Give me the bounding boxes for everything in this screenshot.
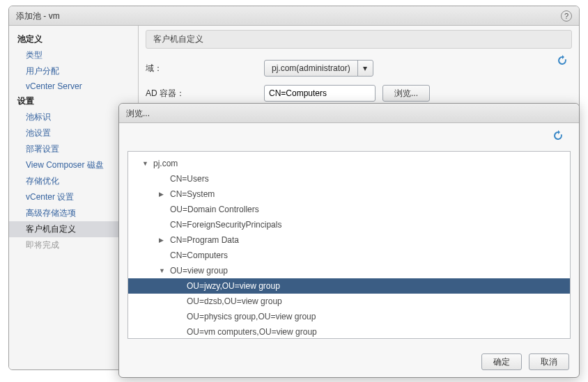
tree-node-label: OU=view group [170, 266, 228, 276]
domain-row: 域： pj.com(administrator) ▾ [146, 60, 572, 77]
dialog-body: ▼ pj.com CN=Users▶CN=SystemOU=Domain Con… [119, 123, 579, 346]
chevron-down-icon: ▾ [357, 61, 373, 76]
ad-tree[interactable]: ▼ pj.com CN=Users▶CN=SystemOU=Domain Con… [127, 151, 571, 339]
ad-container-label: AD 容器： [146, 88, 264, 100]
tree-node-label: CN=Users [170, 174, 209, 184]
tree-node[interactable]: CN=ForeignSecurityPrincipals [128, 217, 570, 232]
dialog-cancel-button[interactable]: 取消 [529, 353, 569, 370]
tree-node[interactable]: OU=Domain Controllers [128, 202, 570, 217]
domain-select[interactable]: pj.com(administrator) ▾ [264, 60, 373, 77]
domain-value: pj.com(administrator) [265, 63, 357, 73]
window-titlebar: 添加池 - vm ? [9, 6, 579, 26]
tree-node-label: CN=System [170, 189, 215, 199]
tree-node-label: OU=dzsb,OU=view group [187, 296, 282, 306]
refresh-icon[interactable] [557, 55, 568, 66]
browse-button[interactable]: 浏览... [382, 85, 430, 102]
refresh-icon[interactable] [552, 130, 564, 143]
window-title: 添加池 - vm [16, 6, 60, 26]
tree-node[interactable]: ▼OU=view group [128, 263, 570, 278]
expand-icon[interactable]: ▼ [159, 267, 167, 274]
domain-label: 域： [146, 63, 264, 74]
tree-node[interactable]: CN=Users [128, 171, 570, 186]
sidebar-item-type[interactable]: 类型 [9, 47, 138, 63]
tree-node[interactable]: OU=jwzy,OU=view group [128, 278, 570, 294]
tree-node-label: CN=Computers [170, 250, 228, 260]
tree-node[interactable]: CN=Computers [128, 248, 570, 263]
sidebar-item-vcenter-server[interactable]: vCenter Server [9, 79, 138, 93]
sidebar-item-user-assignment[interactable]: 用户分配 [9, 63, 138, 79]
tree-node-label: OU=Domain Controllers [170, 205, 259, 214]
ok-button[interactable]: 确定 [481, 353, 522, 370]
dialog-footer: 确定 取消 [481, 353, 569, 370]
dialog-title: 浏览... [119, 104, 579, 123]
tree-root[interactable]: ▼ pj.com [128, 156, 570, 171]
panel-title: 客户机自定义 [146, 30, 572, 49]
collapse-icon[interactable]: ▼ [142, 160, 150, 167]
tree-node[interactable]: ▶CN=Program Data [128, 232, 570, 248]
ad-container-row: AD 容器： 浏览... [146, 85, 572, 102]
tree-node-label: CN=Program Data [170, 235, 239, 245]
tree-node[interactable]: OU=vm computers,OU=view group [128, 324, 570, 339]
tree-node-label: OU=jwzy,OU=view group [187, 281, 280, 291]
tree-node[interactable]: OU=physics group,OU=view group [128, 309, 570, 324]
tree-root-label: pj.com [153, 159, 178, 168]
tree-node-label: CN=ForeignSecurityPrincipals [170, 220, 281, 230]
expand-icon[interactable]: ▶ [159, 237, 167, 244]
help-icon[interactable]: ? [561, 10, 572, 22]
expand-icon[interactable]: ▶ [159, 191, 167, 198]
sidebar-section-pooldef: 池定义 [9, 31, 138, 47]
tree-node-label: OU=physics group,OU=view group [187, 312, 316, 321]
tree-node-label: OU=vm computers,OU=view group [187, 327, 317, 337]
ad-container-input[interactable] [264, 85, 376, 102]
tree-node[interactable]: OU=dzsb,OU=view group [128, 294, 570, 309]
tree-node[interactable]: ▶CN=System [128, 186, 570, 202]
browse-dialog: 浏览... ▼ pj.com CN=Users▶CN=SystemOU=Doma… [118, 103, 580, 378]
